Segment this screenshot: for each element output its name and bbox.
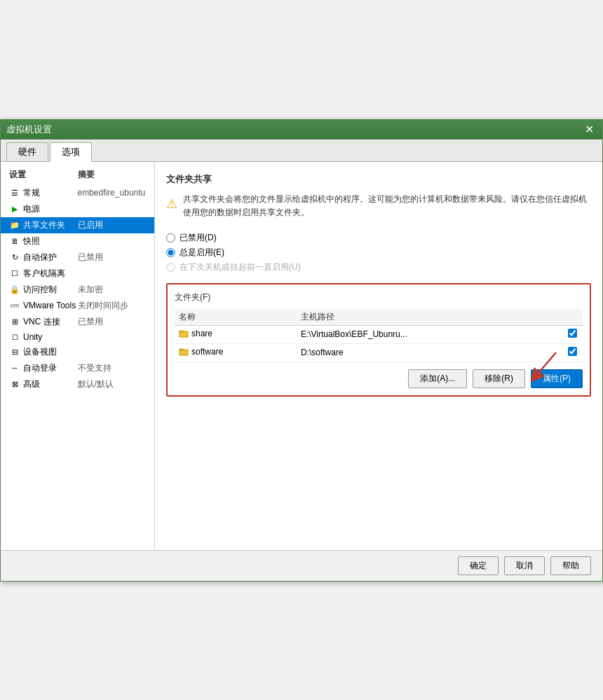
folder-section: 文件夹(F) 名称 主机路径: [166, 283, 591, 397]
content-area: 设置 摘要 ☰ 常规 embedfire_ubuntu ▶ 电源: [1, 162, 602, 550]
properties-button[interactable]: 属性(P): [531, 369, 583, 388]
remove-button[interactable]: 移除(R): [473, 369, 525, 388]
sidebar-item-autoprotect[interactable]: ↻ 自动保护 已禁用: [1, 249, 154, 266]
unity-icon: ◻: [9, 332, 20, 342]
shared-folder-icon: [179, 329, 189, 338]
add-button[interactable]: 添加(A)...: [408, 369, 467, 388]
folder-row-share-checkbox[interactable]: [568, 329, 577, 338]
col-header-path: 主机路径: [297, 309, 562, 326]
radio-group: 已禁用(D) 总是启用(E) 在下次关机或挂起前一直启用(U): [166, 231, 591, 275]
radio-always-label: 总是启用(E): [179, 247, 224, 259]
folder-table-container: 名称 主机路径: [175, 309, 583, 362]
col-header-name: 名称: [175, 309, 297, 326]
table-row[interactable]: software D:\software: [175, 343, 583, 362]
folder-row-software-name: software: [175, 343, 297, 362]
folder-row-share-checkbox-cell[interactable]: [562, 325, 583, 343]
advanced-icon: ⊠: [9, 379, 20, 389]
vmware-icon: vm: [9, 301, 20, 310]
radio-until-off: 在下次关机或挂起前一直启用(U): [166, 260, 591, 275]
radio-disabled-label: 已禁用(D): [179, 232, 217, 244]
bottom-bar: 确定 取消 帮助: [1, 550, 602, 581]
title-bar: 虚拟机设置 ✕: [1, 120, 602, 139]
autologin-icon: ↔: [9, 363, 20, 373]
svg-rect-3: [179, 349, 183, 350]
folder-row-software-checkbox-cell[interactable]: [562, 343, 583, 362]
device-icon: ⊟: [9, 347, 20, 357]
right-panel: 文件夹共享 ⚠ 共享文件夹会将您的文件显示给虚拟机中的程序。这可能为您的计算机和…: [155, 162, 602, 550]
left-header: 设置 摘要: [1, 167, 154, 185]
sidebar-item-power[interactable]: ▶ 电源: [1, 201, 154, 217]
folder-row-share-path: E:\VirtualBox\EBF_Ubunru...: [297, 325, 562, 343]
folder-icon: 📁: [9, 220, 20, 230]
radio-until-off-input: [166, 263, 175, 272]
warning-box: ⚠ 共享文件夹会将您的文件显示给虚拟机中的程序。这可能为您的计算机和数据带来风险…: [166, 193, 591, 219]
vnc-icon: ⊞: [9, 317, 20, 327]
tabs-bar: 硬件 选项: [1, 139, 602, 162]
radio-until-off-label: 在下次关机或挂起前一直启用(U): [179, 261, 301, 273]
radio-always[interactable]: 总是启用(E): [166, 245, 591, 260]
sidebar-item-shared-folders[interactable]: 📁 共享文件夹 已启用: [1, 217, 154, 233]
folder-table: 名称 主机路径: [175, 309, 583, 362]
table-row[interactable]: share E:\VirtualBox\EBF_Ubunru...: [175, 325, 583, 343]
warning-icon: ⚠: [166, 194, 177, 219]
radio-disabled-input[interactable]: [166, 233, 175, 242]
sidebar-item-snapshots[interactable]: 🗎 快照: [1, 233, 154, 249]
sidebar-item-guest-isolation[interactable]: ☐ 客户机隔离: [1, 266, 154, 282]
folder-row-software-path: D:\software: [297, 343, 562, 362]
shared-folder-icon2: [179, 347, 189, 357]
svg-rect-1: [179, 331, 183, 332]
power-icon: ▶: [9, 204, 20, 214]
tab-options[interactable]: 选项: [50, 142, 92, 162]
close-button[interactable]: ✕: [582, 123, 597, 137]
sidebar-item-general[interactable]: ☰ 常规 embedfire_ubuntu: [1, 185, 154, 201]
folder-row-share-name: share: [175, 325, 297, 343]
folder-buttons: 添加(A)... 移除(R) 属性(P): [175, 369, 583, 388]
sidebar-item-access-control[interactable]: 🔒 访问控制 未加密: [1, 282, 154, 298]
warning-text: 共享文件夹会将您的文件显示给虚拟机中的程序。这可能为您的计算机和数据带来风险。请…: [183, 193, 591, 219]
sidebar-item-vnc[interactable]: ⊞ VNC 连接 已禁用: [1, 314, 154, 330]
cancel-button[interactable]: 取消: [504, 556, 545, 575]
autoprotect-icon: ↻: [9, 252, 20, 262]
ok-button[interactable]: 确定: [458, 556, 499, 575]
radio-disabled[interactable]: 已禁用(D): [166, 231, 591, 245]
sidebar-item-unity[interactable]: ◻ Unity: [1, 330, 154, 344]
snapshot-icon: 🗎: [9, 236, 20, 246]
general-icon: ☰: [9, 188, 20, 198]
left-panel: 设置 摘要 ☰ 常规 embedfire_ubuntu ▶ 电源: [1, 162, 155, 550]
header-summary: 摘要: [78, 169, 147, 181]
sidebar-item-vmware-tools[interactable]: vm VMware Tools 关闭时间同步: [1, 298, 154, 314]
help-button[interactable]: 帮助: [550, 556, 591, 575]
isolation-icon: ☐: [9, 268, 20, 278]
sidebar-item-advanced[interactable]: ⊠ 高级 默认/默认: [1, 376, 154, 392]
main-window: 虚拟机设置 ✕ 硬件 选项 设置 摘要 ☰ 常规 embedfire_ubunt…: [0, 119, 603, 582]
tab-hardware[interactable]: 硬件: [6, 142, 48, 161]
window-title: 虚拟机设置: [6, 123, 52, 136]
folder-section-title: 文件夹(F): [175, 291, 583, 303]
lock-icon: 🔒: [9, 284, 20, 294]
col-header-check: [562, 309, 583, 326]
radio-always-input[interactable]: [166, 248, 175, 257]
sidebar-item-device-view[interactable]: ⊟ 设备视图: [1, 344, 154, 360]
header-setting: 设置: [9, 169, 78, 181]
folder-row-software-checkbox[interactable]: [568, 347, 577, 356]
folder-share-title: 文件夹共享: [166, 173, 591, 186]
sidebar-item-autologin[interactable]: ↔ 自动登录 不受支持: [1, 360, 154, 376]
